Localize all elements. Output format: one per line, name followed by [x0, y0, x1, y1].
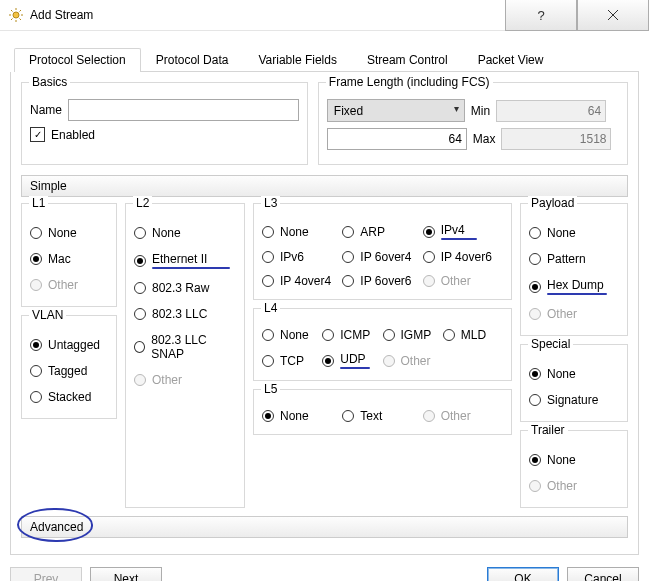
- radio-circle-icon: [262, 226, 274, 238]
- next-button[interactable]: Next: [90, 567, 162, 581]
- radio-l4-other: Other: [383, 349, 443, 372]
- radio-l2-8023-llc-snap[interactable]: 802.3 LLC SNAP: [134, 327, 236, 367]
- radio-circle-icon: [423, 226, 435, 238]
- window-title: Add Stream: [30, 8, 505, 22]
- tab-protocol-selection[interactable]: Protocol Selection: [14, 48, 141, 72]
- radio-l4-udp[interactable]: UDP: [322, 349, 382, 372]
- radio-special-none[interactable]: None: [529, 361, 576, 387]
- radio-l4-icmp[interactable]: ICMP: [322, 325, 382, 345]
- radio-circle-icon: [134, 341, 145, 353]
- radio-l1-none[interactable]: None: [30, 220, 77, 246]
- help-button[interactable]: ?: [505, 0, 577, 31]
- radio-l2-none[interactable]: None: [134, 220, 181, 246]
- group-frame-length: Frame Length (including FCS) Fixed Min M…: [318, 82, 628, 165]
- radio-l3-ip-4over4[interactable]: IP 4over4: [262, 271, 342, 291]
- radio-circle-icon: [262, 275, 274, 287]
- section-simple[interactable]: Simple: [21, 175, 628, 197]
- radio-circle-icon: [30, 227, 42, 239]
- radio-circle-icon: [342, 410, 354, 422]
- radio-circle-icon: [30, 279, 42, 291]
- tab-protocol-data[interactable]: Protocol Data: [141, 48, 244, 72]
- radio-payload-other: Other: [529, 301, 577, 327]
- max-label: Max: [473, 132, 496, 146]
- radio-l1-other: Other: [30, 272, 78, 298]
- ok-button[interactable]: OK: [487, 567, 559, 581]
- radio-circle-icon: [383, 329, 395, 341]
- radio-label: Text: [360, 409, 382, 423]
- radio-circle-icon: [529, 281, 541, 293]
- radio-circle-icon: [529, 368, 541, 380]
- radio-l2-8023-llc[interactable]: 802.3 LLC: [134, 301, 207, 327]
- radio-trailer-none[interactable]: None: [529, 447, 576, 473]
- radio-label: IP 6over4: [360, 250, 411, 264]
- radio-circle-icon: [134, 308, 146, 320]
- radio-label: IP 6over6: [360, 274, 411, 288]
- radio-l4-tcp[interactable]: TCP: [262, 349, 322, 372]
- radio-label: None: [48, 226, 77, 240]
- radio-l5-text[interactable]: Text: [342, 406, 422, 426]
- radio-circle-icon: [262, 251, 274, 263]
- radio-vlan-stacked[interactable]: Stacked: [30, 384, 91, 410]
- radio-l3-ip-6over4[interactable]: IP 6over4: [342, 247, 422, 267]
- radio-label: Hex Dump: [547, 278, 604, 292]
- radio-circle-icon: [262, 329, 274, 341]
- min-label: Min: [471, 104, 490, 118]
- close-button[interactable]: [577, 0, 649, 31]
- section-advanced[interactable]: Advanced: [21, 516, 628, 538]
- radio-payload-hex-dump[interactable]: Hex Dump: [529, 272, 607, 301]
- radio-l4-none[interactable]: None: [262, 325, 322, 345]
- radio-label: Other: [152, 373, 182, 387]
- tab-variable-fields[interactable]: Variable Fields: [243, 48, 351, 72]
- radio-circle-icon: [529, 227, 541, 239]
- radio-l5-none[interactable]: None: [262, 406, 342, 426]
- radio-circle-icon: [30, 365, 42, 377]
- radio-payload-none[interactable]: None: [529, 220, 576, 246]
- radio-label: Other: [547, 479, 577, 493]
- radio-l3-ip-4over6[interactable]: IP 4over6: [423, 247, 503, 267]
- annotation-underline: [547, 293, 607, 295]
- radio-l3-ipv6[interactable]: IPv6: [262, 247, 342, 267]
- radio-l2-ethernet-ii[interactable]: Ethernet II: [134, 246, 230, 275]
- radio-l1-mac[interactable]: Mac: [30, 246, 71, 272]
- radio-special-signature[interactable]: Signature: [529, 387, 598, 413]
- radio-label: ARP: [360, 225, 385, 239]
- radio-label: Other: [441, 409, 471, 423]
- radio-l3-arp[interactable]: ARP: [342, 220, 422, 243]
- cancel-button[interactable]: Cancel: [567, 567, 639, 581]
- group-l1: L1NoneMacOther: [21, 203, 117, 307]
- radio-label: None: [280, 328, 309, 342]
- frame-length-mode-combo[interactable]: Fixed: [327, 99, 465, 122]
- svg-line-8: [11, 19, 13, 21]
- radio-vlan-tagged[interactable]: Tagged: [30, 358, 87, 384]
- radio-circle-icon: [262, 410, 274, 422]
- radio-circle-icon: [383, 355, 395, 367]
- prev-button: Prev: [10, 567, 82, 581]
- radio-l3-ipv4[interactable]: IPv4: [423, 220, 503, 243]
- radio-l3-none[interactable]: None: [262, 220, 342, 243]
- frame-length-value[interactable]: [327, 128, 467, 150]
- radio-l2-8023-raw[interactable]: 802.3 Raw: [134, 275, 209, 301]
- radio-l4-mld[interactable]: MLD: [443, 325, 503, 345]
- radio-label: Other: [401, 354, 431, 368]
- radio-circle-icon: [423, 410, 435, 422]
- radio-l2-other: Other: [134, 367, 182, 393]
- enabled-label: Enabled: [51, 128, 95, 142]
- radio-label: IPv4: [441, 223, 465, 237]
- radio-label: IP 4over4: [280, 274, 331, 288]
- tab-content: Basics Name ✓ Enabled Frame Length (incl…: [10, 72, 639, 555]
- group-l3: L3NoneARPIPv4IPv6IP 6over4IP 4over6IP 4o…: [253, 203, 512, 300]
- radio-l4-igmp[interactable]: IGMP: [383, 325, 443, 345]
- radio-circle-icon: [529, 480, 541, 492]
- annotation-underline: [441, 238, 477, 240]
- radio-payload-pattern[interactable]: Pattern: [529, 246, 586, 272]
- tab-packet-view[interactable]: Packet View: [463, 48, 559, 72]
- radio-circle-icon: [529, 454, 541, 466]
- name-input[interactable]: [68, 99, 299, 121]
- radio-l3-other: Other: [423, 271, 503, 291]
- radio-circle-icon: [262, 355, 274, 367]
- enabled-checkbox[interactable]: ✓: [30, 127, 45, 142]
- radio-l3-ip-6over6[interactable]: IP 6over6: [342, 271, 422, 291]
- radio-vlan-untagged[interactable]: Untagged: [30, 332, 100, 358]
- radio-label: UDP: [340, 352, 365, 366]
- tab-stream-control[interactable]: Stream Control: [352, 48, 463, 72]
